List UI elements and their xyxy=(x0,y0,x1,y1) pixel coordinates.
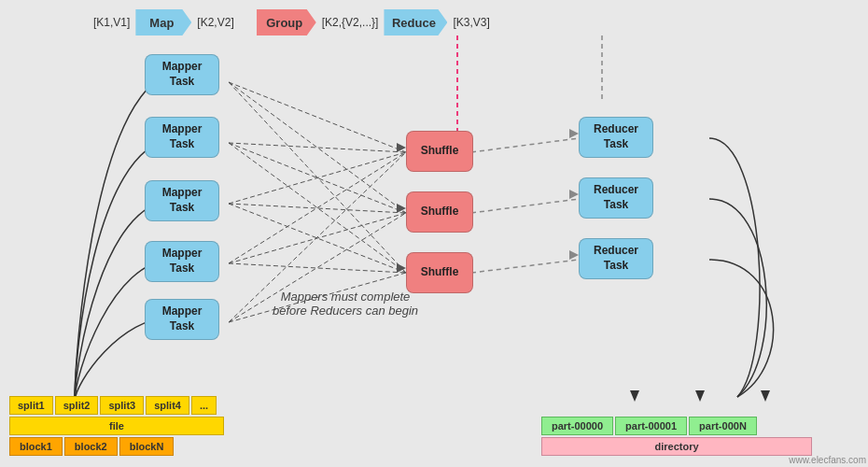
blockN: blockN xyxy=(119,437,175,456)
svg-marker-26 xyxy=(630,390,639,402)
bottom-left-section: split1 split2 split3 split4 ... file blo… xyxy=(9,396,224,456)
block1: block1 xyxy=(9,437,63,456)
label-k2v2dots: [K2,{V2,...}] xyxy=(322,16,379,29)
mapper-task-4: MapperTask xyxy=(145,241,219,282)
svg-line-13 xyxy=(229,263,406,273)
group-arrow: Group xyxy=(257,9,316,35)
diagram: [K1,V1] Map [K2,V2] Group [K2,{V2,...}] … xyxy=(0,0,868,467)
svg-line-7 xyxy=(229,143,406,273)
svg-marker-19 xyxy=(397,263,406,273)
svg-line-8 xyxy=(229,152,406,204)
part-00001: part-00001 xyxy=(615,417,687,435)
svg-marker-18 xyxy=(397,204,406,213)
svg-line-2 xyxy=(229,82,406,152)
label-k2v2: [K2,V2] xyxy=(197,16,233,29)
top-labels: [K1,V1] Map [K2,V2] Group [K2,{V2,...}] … xyxy=(93,9,849,35)
shuffle-task-1: Shuffle xyxy=(406,131,473,172)
svg-line-9 xyxy=(229,204,406,213)
blocks-row: block1 block2 blockN xyxy=(9,437,224,456)
mapper-task-5: MapperTask xyxy=(145,299,219,340)
label-k1v1: [K1,V1] xyxy=(93,16,130,29)
bottom-right-section: part-00000 part-00001 part-000N director… xyxy=(541,417,812,456)
svg-marker-25 xyxy=(569,250,579,260)
split3: split3 xyxy=(100,396,144,415)
split2: split2 xyxy=(55,396,99,415)
split4: split4 xyxy=(146,396,189,415)
map-arrow: Map xyxy=(135,9,191,35)
svg-line-3 xyxy=(229,82,406,213)
svg-line-11 xyxy=(229,152,406,263)
svg-line-6 xyxy=(229,143,406,213)
block2: block2 xyxy=(64,437,118,456)
directory-label: directory xyxy=(541,437,812,456)
label-k3v3: [K3,V3] xyxy=(453,16,489,29)
splits-row: split1 split2 split3 split4 ... xyxy=(9,396,224,415)
svg-marker-27 xyxy=(695,390,705,402)
svg-line-22 xyxy=(471,260,579,273)
split1: split1 xyxy=(9,396,53,415)
shuffle-task-3: Shuffle xyxy=(406,252,473,293)
reducer-task-2: ReducerTask xyxy=(579,177,653,219)
svg-marker-17 xyxy=(397,143,406,152)
reduce-arrow: Reduce xyxy=(384,9,447,35)
part-000N: part-000N xyxy=(689,417,757,435)
svg-marker-28 xyxy=(761,390,770,402)
watermark: www.elecfans.com xyxy=(789,455,866,465)
svg-line-10 xyxy=(229,204,406,273)
mapper-task-3: MapperTask xyxy=(145,180,219,221)
part-00000: part-00000 xyxy=(541,417,613,435)
note-text: Mappers must complete before Reducers ca… xyxy=(271,290,420,318)
mapper-task-2: MapperTask xyxy=(145,117,219,158)
mapper-task-1: MapperTask xyxy=(145,54,219,95)
svg-line-4 xyxy=(229,82,406,273)
svg-line-5 xyxy=(229,143,406,152)
parts-row: part-00000 part-00001 part-000N xyxy=(541,417,812,435)
svg-line-20 xyxy=(471,138,579,152)
split-dots: ... xyxy=(191,396,217,415)
shuffle-task-2: Shuffle xyxy=(406,191,473,233)
reducer-task-3: ReducerTask xyxy=(579,238,653,279)
svg-marker-23 xyxy=(569,129,579,138)
svg-marker-24 xyxy=(569,190,579,199)
reducer-task-1: ReducerTask xyxy=(579,117,653,158)
svg-line-12 xyxy=(229,213,406,263)
svg-line-21 xyxy=(471,199,579,213)
file-label: file xyxy=(9,417,224,435)
